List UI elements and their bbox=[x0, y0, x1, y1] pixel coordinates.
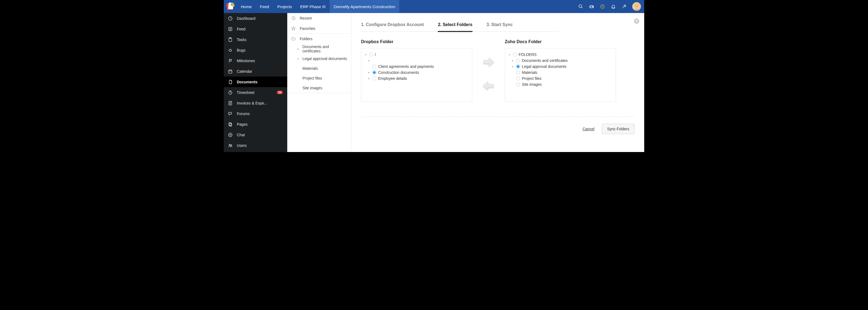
subnav-recent[interactable]: Recent bbox=[287, 13, 351, 23]
caret-right-icon: ▸ bbox=[298, 57, 300, 60]
forums-icon bbox=[227, 111, 233, 116]
caret-icon: ▸ bbox=[511, 59, 514, 62]
folder-item[interactable]: ▸Documents and certificates bbox=[294, 44, 351, 54]
folder-item[interactable]: ▸Legal approval documents bbox=[294, 54, 351, 63]
radio[interactable] bbox=[372, 77, 376, 80]
radio[interactable] bbox=[372, 65, 376, 68]
sidebar-item-feed[interactable]: Feed bbox=[224, 24, 287, 34]
zoho-panel: Zoho Docs Folder ▾ FOLDERS ▸Documents an… bbox=[505, 39, 616, 102]
radio[interactable] bbox=[516, 59, 520, 62]
sidebar-item-label: Feed bbox=[237, 27, 246, 31]
timesheet-icon bbox=[227, 90, 233, 95]
clock-icon bbox=[291, 16, 296, 21]
badge: 24 bbox=[277, 91, 283, 94]
folder-label: Materials bbox=[303, 66, 318, 71]
sync-button[interactable]: Sync Folders bbox=[602, 124, 634, 134]
tree-item-label: Materials bbox=[522, 70, 537, 75]
sidebar-item-users[interactable]: Users bbox=[224, 140, 287, 151]
zoho-tree: ▾ FOLDERS ▸Documents and certificates▸Le… bbox=[505, 48, 616, 102]
folder-item[interactable]: Project files bbox=[294, 73, 351, 83]
wizard-tab[interactable]: 2. Select Folders bbox=[438, 22, 472, 32]
arrows bbox=[472, 46, 505, 102]
tree-root[interactable]: ▾ FOLDERS bbox=[508, 52, 613, 58]
tree-root-label: FOLDERS bbox=[519, 52, 536, 57]
caret-down-icon: ▾ bbox=[364, 53, 367, 56]
sidebar-item-label: Forums bbox=[237, 112, 250, 116]
tree-item-label: Construction documents bbox=[378, 70, 419, 75]
topnav-item[interactable]: Donnelly Apartments Construction bbox=[330, 0, 399, 13]
clock-icon[interactable] bbox=[600, 4, 605, 9]
gamepad-icon[interactable] bbox=[589, 4, 594, 9]
sidebar-item-label: Dashboard bbox=[237, 16, 255, 21]
sidebar-item-label: Tasks bbox=[237, 37, 247, 42]
tree-item[interactable]: ▸Documents and certificates bbox=[508, 58, 613, 63]
tree-root[interactable]: ▾ / bbox=[364, 52, 469, 58]
tools-icon[interactable] bbox=[621, 4, 627, 9]
topnav-item[interactable]: ERP Phase III bbox=[296, 0, 330, 13]
arrow-right-icon[interactable] bbox=[482, 55, 495, 68]
topbar: HomeFeedProjectsERP Phase IIIDonnelly Ap… bbox=[224, 0, 644, 13]
folder-item[interactable]: Site images bbox=[294, 83, 351, 93]
arrow-left-icon[interactable] bbox=[482, 79, 495, 92]
radio[interactable] bbox=[369, 53, 373, 56]
tree-item[interactable]: Client agreements and payments bbox=[364, 63, 469, 69]
radio[interactable] bbox=[516, 71, 520, 74]
radio[interactable] bbox=[516, 83, 520, 86]
sidebar-item-chat[interactable]: Chat bbox=[224, 130, 287, 140]
tree-item-label: Documents and certificates bbox=[522, 58, 568, 63]
subnav-folders-header[interactable]: Folders bbox=[287, 34, 351, 44]
topnav-item[interactable]: Feed bbox=[256, 0, 273, 13]
invoices-icon bbox=[227, 101, 233, 106]
radio[interactable] bbox=[513, 53, 517, 56]
subnav-folders-label: Folders bbox=[300, 37, 312, 41]
sidebar-item-label: Timesheet bbox=[237, 90, 254, 95]
sidebar-item-pages[interactable]: Pages bbox=[224, 119, 287, 130]
subnav-recent-label: Recent bbox=[300, 16, 312, 20]
caret-icon: ▸ bbox=[511, 65, 514, 68]
subnav-favorites[interactable]: Favorites bbox=[287, 23, 351, 34]
svg-marker-45 bbox=[291, 27, 295, 30]
sidebar-item-tasks[interactable]: Tasks bbox=[224, 34, 287, 45]
sidebar-item-forums[interactable]: Forums bbox=[224, 108, 287, 119]
sidebar-item-dashboard[interactable]: Dashboard bbox=[224, 13, 287, 24]
tree-item-label: Client agreements and payments bbox=[378, 64, 434, 69]
app-logo[interactable] bbox=[224, 0, 237, 13]
help-icon[interactable]: ? bbox=[634, 19, 639, 24]
content: ? 1. Configure Dropbox Account2. Select … bbox=[351, 13, 644, 152]
sidebar-item-label: Users bbox=[237, 143, 247, 148]
radio[interactable] bbox=[516, 77, 520, 80]
topnav-item[interactable]: Home bbox=[237, 0, 256, 13]
sidebar-item-milestones[interactable]: Milestones bbox=[224, 55, 287, 66]
tree-item[interactable]: ▸Construction documents bbox=[364, 69, 469, 76]
svg-point-20 bbox=[229, 49, 231, 52]
caret-icon: ▸ bbox=[367, 77, 371, 80]
radio[interactable] bbox=[372, 71, 376, 74]
svg-point-4 bbox=[579, 5, 582, 8]
sidebar-item-invoices[interactable]: Invoices & Expe... bbox=[224, 98, 287, 108]
folder-item[interactable]: Materials bbox=[294, 63, 351, 73]
svg-point-10 bbox=[593, 7, 593, 7]
radio[interactable] bbox=[516, 65, 520, 68]
bell-icon[interactable] bbox=[611, 4, 616, 9]
tree-item[interactable]: Materials bbox=[508, 69, 613, 76]
avatar[interactable] bbox=[632, 2, 641, 11]
topnav-item[interactable]: Projects bbox=[273, 0, 296, 13]
tree-empty-caret[interactable]: ▸ bbox=[364, 58, 469, 63]
folder-label: Project files bbox=[303, 76, 322, 80]
subnav-favorites-label: Favorites bbox=[300, 26, 315, 31]
tree-item[interactable]: ▸Legal approval documents bbox=[508, 63, 613, 69]
tree-item[interactable]: ▸Employee details bbox=[364, 76, 469, 81]
search-icon[interactable] bbox=[578, 4, 584, 9]
tree-item[interactable]: Site images bbox=[508, 81, 613, 87]
sidebar-item-documents[interactable]: Documents bbox=[224, 77, 287, 87]
panels: Dropbox Folder ▾ / ▸ Client agreements a… bbox=[361, 39, 634, 102]
wizard-tab[interactable]: 1. Configure Dropbox Account bbox=[361, 22, 424, 31]
sidebar-item-bugs[interactable]: Bugs bbox=[224, 45, 287, 55]
svg-point-43 bbox=[231, 144, 232, 145]
sidebar-item-timesheet[interactable]: Timesheet24 bbox=[224, 87, 287, 98]
tree-item[interactable]: Project files bbox=[508, 76, 613, 81]
footer: Cancel Sync Folders bbox=[361, 116, 634, 134]
wizard-tab[interactable]: 3. Start Sync bbox=[487, 22, 513, 31]
cancel-button[interactable]: Cancel bbox=[583, 127, 595, 131]
sidebar-item-calendar[interactable]: Calendar bbox=[224, 66, 287, 77]
